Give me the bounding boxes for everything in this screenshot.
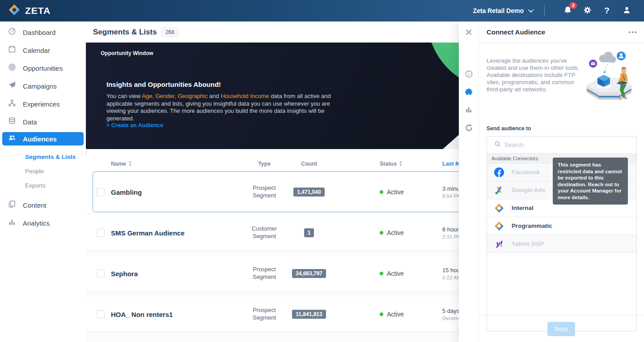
yahoo-icon: y!: [494, 239, 504, 249]
connector-search: [487, 137, 636, 154]
pages-icon: [8, 200, 16, 210]
panel-description: Leverage the audiences you've created an…: [487, 57, 582, 93]
column-header-status[interactable]: Status: [380, 161, 402, 167]
segment-status: Active: [380, 311, 404, 318]
create-audience-link[interactable]: > Create an Audience: [106, 122, 163, 128]
sort-icon: [399, 161, 402, 167]
sidebar-item-analytics[interactable]: Analytics: [0, 214, 86, 232]
connector-yahoo-dsp: y! Yahoo DSP: [487, 235, 636, 253]
settings-button[interactable]: [580, 3, 595, 18]
segment-type: Prospect Segment: [241, 184, 288, 200]
user-menu-button[interactable]: [619, 3, 634, 18]
audiences-sub-menu: Segments & Lists People Exports: [0, 147, 86, 196]
segments-count-badge: 268: [161, 28, 178, 37]
panel-rail: [459, 21, 479, 342]
count-badge: 34,663,797: [292, 269, 326, 278]
panel-footer: Next: [479, 315, 644, 342]
refresh-tab-icon[interactable]: [464, 123, 474, 133]
restricted-data-tooltip: This segment has restricted data and can…: [553, 158, 628, 205]
segment-name[interactable]: Gambling: [111, 188, 142, 196]
highlight-demographics: Age, Gender, Geographic: [142, 93, 208, 99]
next-button[interactable]: Next: [547, 322, 575, 336]
sidebar-label: Campaigns: [23, 82, 57, 90]
analytics-tab-icon[interactable]: [464, 105, 474, 115]
panel-content: Connect Audience ••• Leverage the audien…: [479, 21, 644, 342]
panel-title: Connect Audience: [487, 28, 545, 36]
notifications-button[interactable]: 3: [560, 3, 575, 18]
zeta-diamond-icon: [494, 221, 504, 231]
segment-count-cell: 34,663,797: [287, 269, 331, 278]
page-title: Segments & Lists: [93, 28, 157, 37]
column-header-count[interactable]: Count: [287, 161, 331, 167]
select-all-checkbox[interactable]: [86, 149, 87, 156]
row-checkbox[interactable]: [97, 269, 105, 278]
column-header-name[interactable]: Name: [111, 161, 132, 167]
account-switcher[interactable]: Zeta Retail Demo: [473, 7, 534, 14]
sidebar-item-audiences[interactable]: Audiences: [2, 132, 84, 145]
segment-count-cell: 1,471,040: [287, 188, 331, 197]
status-dot: [380, 272, 383, 275]
search-icon: [494, 141, 501, 149]
highlight-income: Household Income: [220, 93, 269, 99]
segment-type: Customer Segment: [241, 225, 288, 240]
segment-status: Active: [380, 188, 404, 196]
more-options-icon[interactable]: •••: [628, 29, 638, 36]
connector-label: Facebook: [512, 169, 540, 175]
row-checkbox[interactable]: [97, 188, 105, 196]
connectors-tab-icon[interactable]: [464, 87, 474, 97]
nav-divider: [544, 5, 545, 17]
row-checkbox[interactable]: [97, 310, 105, 318]
database-icon: [8, 117, 16, 127]
send-audience-to-label: Send audience to: [487, 125, 531, 132]
sidebar-item-opportunities[interactable]: Opportunities: [0, 59, 86, 77]
sidebar-subitem-people[interactable]: People: [0, 164, 86, 178]
segment-name[interactable]: SMS German Audience: [111, 229, 185, 236]
segment-name[interactable]: Sephora: [111, 269, 138, 277]
close-panel-button[interactable]: [464, 27, 474, 37]
sidebar-label: Analytics: [23, 219, 50, 227]
segment-status: Active: [380, 229, 404, 236]
sidebar-item-data[interactable]: Data: [0, 113, 86, 131]
banner-heading: Insights and Opportunities Abound!: [106, 81, 221, 88]
banner-body: You can view Age, Gender, Geographic and…: [106, 93, 332, 122]
segment-type: Prospect Segment: [241, 265, 288, 281]
sidebar-label: Dashboard: [23, 29, 55, 36]
sidebar-item-content[interactable]: Content: [0, 196, 86, 214]
account-name: Zeta Retail Demo: [473, 7, 524, 14]
sidebar-label: Experiences: [23, 100, 60, 108]
row-checkbox[interactable]: [97, 229, 105, 237]
status-dot: [380, 190, 383, 194]
sidebar-item-campaigns[interactable]: Campaigns: [0, 77, 86, 95]
count-badge: 1,471,040: [293, 188, 324, 197]
sidebar-item-dashboard[interactable]: Dashboard: [0, 23, 86, 41]
help-button[interactable]: ?: [599, 3, 614, 18]
search-input[interactable]: [504, 141, 621, 148]
connector-programmatic[interactable]: Programmatic: [487, 217, 636, 235]
banner-label: Opportunity Window: [101, 50, 153, 56]
count-badge: 11,841,813: [292, 310, 326, 319]
gear-icon: [583, 6, 592, 16]
brand-name: ZETA: [25, 5, 51, 16]
segment-name[interactable]: HOA_ Non renters1: [111, 310, 173, 318]
connect-audience-illustration: [578, 47, 640, 115]
column-header-type[interactable]: Type: [241, 161, 288, 167]
segment-count-cell: 1: [287, 228, 331, 237]
segment-status: Active: [380, 270, 404, 277]
connect-audience-panel: Connect Audience ••• Leverage the audien…: [459, 21, 644, 342]
segment-count-cell: 11,841,813: [287, 310, 331, 319]
sidebar-subitem-exports[interactable]: Exports: [0, 178, 86, 192]
sidebar-subitem-segments-lists[interactable]: Segments & Lists: [0, 150, 86, 164]
info-tab-icon[interactable]: [464, 69, 474, 79]
bar-chart-icon: [8, 218, 16, 228]
segment-type: Prospect Segment: [241, 306, 288, 322]
sidebar-item-calendar[interactable]: Calendar: [0, 41, 86, 59]
user-icon: [623, 6, 631, 16]
sidebar-item-experiences[interactable]: Experiences: [0, 95, 86, 113]
connector-label: Internal: [512, 205, 534, 211]
paper-plane-icon: [8, 81, 16, 91]
zeta-logo[interactable]: ZETA: [8, 4, 51, 18]
connector-label: Google Ads: [512, 187, 545, 193]
sort-icon: [128, 161, 132, 167]
sidebar-nav: Dashboard Calendar Opportunities: [0, 21, 86, 342]
connector-label: Yahoo DSP: [512, 240, 544, 247]
